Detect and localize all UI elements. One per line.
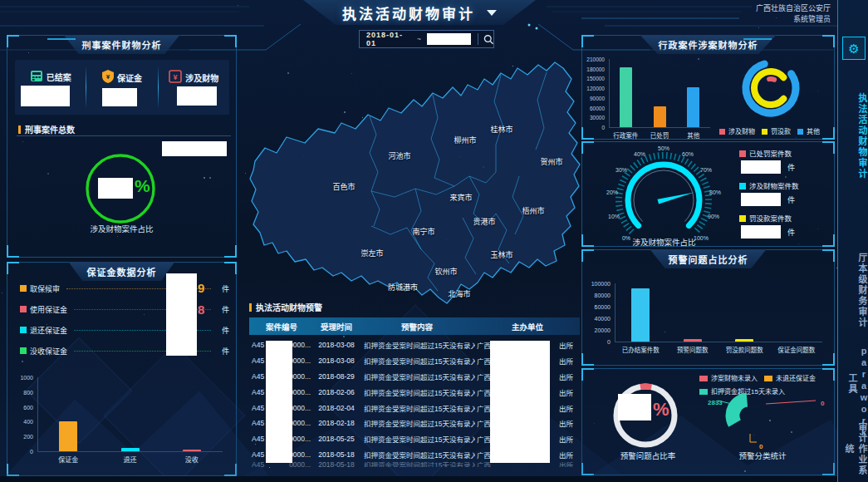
y-tick-label: 0 [581, 125, 605, 130]
y-tick-label: 60000 [581, 105, 605, 111]
gauge-needle [658, 193, 694, 204]
unit-label: 件 [218, 325, 229, 336]
guangxi-map[interactable]: 桂林市柳州市河池市贺州市百色市来宾市梧州市贵港市南宁市玉林市崇左市钦州市防城港市… [245, 52, 581, 306]
date-end-redacted[interactable] [427, 33, 471, 45]
warning-donut-caption: 预警问题占比率 [586, 450, 710, 461]
gauge-tick-label: 40% [634, 151, 645, 157]
date-start[interactable]: 2018-01-01 [366, 31, 411, 47]
dashboard: 执法活动财物审计 广西壮族自治区公安厅 系统管理员 2018-01-01 ~ ⚙… [0, 0, 868, 482]
y-tick-label: 30000 [581, 115, 605, 120]
ring-legend-item-2[interactable]: 其他 [797, 126, 820, 135]
orange-marker [18, 125, 21, 134]
gauge-tick-label: 60% [682, 151, 694, 157]
map-region-label: 防城港市 [388, 282, 418, 293]
table-header-row: 案件编号受理时间预警内容主办单位 [249, 317, 580, 335]
y-tick-label: 0 [10, 449, 33, 455]
sidebar-item-2[interactable]: parawork工具 [838, 346, 868, 422]
x-category-label: 已办结案件数 [622, 345, 660, 354]
x-axis [615, 342, 822, 342]
criminal-percent-sign: % [135, 176, 150, 196]
warning-category-pie [711, 389, 832, 447]
y-tick-label: 180000 [581, 66, 605, 71]
gauge-tick-label: 50% [658, 145, 669, 151]
table-header-cell: 受理时间 [314, 321, 359, 332]
ring-arc-罚没款 [754, 71, 783, 105]
y-tick-label: 60000 [586, 304, 611, 310]
table-row[interactable]: A450000...2018-05-18扣押资金受案时间超过15天没有录入广西出… [249, 462, 580, 467]
gauge-legend: 已处罚案件数件涉及财物案件数件罚没款案件数件 [739, 146, 832, 245]
redacted-value [166, 273, 197, 356]
x-category-label: 保证金 [58, 455, 78, 464]
cell-date: 2018-02-18 [314, 419, 359, 427]
map-region-label: 河池市 [388, 150, 410, 161]
y-tick-label: 200 [10, 434, 33, 440]
settings-button[interactable]: ⚙ [842, 37, 866, 60]
cell-warning-content: 扣押资金受案时间超过15天没有录入 [359, 418, 475, 428]
cell-date: 2018-02-06 [314, 388, 359, 396]
bar-罚没款问题数 [735, 339, 753, 342]
sidebar-item-1[interactable]: 厅本级财务审计 [838, 248, 868, 332]
cell-date: 2018-03-08 [314, 341, 359, 349]
divider [478, 33, 478, 45]
svg-text:¥: ¥ [174, 73, 178, 81]
legend-label: 没收保证金 [30, 346, 67, 357]
gauge-tick-label: 20% [606, 189, 618, 195]
legend-swatch [699, 376, 708, 381]
redacted-value [98, 178, 133, 199]
ring-legend-item-1[interactable]: 罚没款 [762, 126, 791, 135]
ring-legend-item-0[interactable]: 涉及财物 [719, 126, 755, 135]
unit-label: 件 [787, 162, 795, 173]
deposit-legend-item-3[interactable]: 没收保证金件 [20, 346, 229, 356]
x-category-label: 其他 [687, 130, 699, 140]
y-tick-label: 100000 [586, 281, 611, 287]
property-money-icon: ¥ [169, 70, 182, 83]
pie-label: 0 [759, 443, 763, 450]
sidebar-item-0[interactable]: 执法活动财物审计 [838, 70, 868, 203]
warning-legend-item-1[interactable]: 未退还保证金 [764, 373, 816, 384]
unit-label: 件 [787, 227, 795, 238]
map-region-label: 崇左市 [360, 248, 383, 258]
gauge-tick-label: 30% [615, 167, 627, 173]
cell-date: 2018-08-29 [314, 372, 359, 381]
redacted-value [162, 141, 227, 156]
gauge-legend-value-0: 件 [741, 160, 832, 174]
deposit-legend-item-2[interactable]: 退还保证金件 [20, 325, 229, 335]
cell-warning-content: 扣押资金受案时间超过15天没有录入 [359, 340, 475, 350]
date-range-picker[interactable]: 2018-01-01 ~ [359, 30, 494, 48]
map-region-label: 北海市 [448, 288, 470, 299]
user-name: 系统管理员 [756, 14, 831, 25]
cell-warning-content: 扣押资金受案时间超过15天没有录入 [359, 450, 475, 460]
y-axis [37, 377, 38, 451]
y-tick-label: 20000 [586, 327, 611, 333]
map-region-label: 贺州市 [540, 156, 562, 167]
legend-swatch [20, 327, 27, 333]
cell-date: 2018-05-18 [314, 462, 359, 467]
chevron-down-icon[interactable] [487, 10, 497, 16]
legend-swatch [20, 306, 27, 312]
y-tick-label: 40000 [586, 316, 611, 322]
y-tick-label: 600 [10, 404, 33, 410]
legend-swatch [719, 129, 725, 135]
cell-date: 2018-05-18 [314, 450, 359, 459]
redacted-value [618, 394, 651, 421]
gauge-legend-item-1: 涉及财物案件数 [739, 180, 832, 190]
search-icon[interactable] [483, 34, 493, 45]
y-tick-label: 80000 [586, 293, 611, 298]
warning-legend-item-0[interactable]: 涉案财物未录入 [699, 373, 758, 384]
legend-swatch [762, 129, 767, 135]
map-region-label: 贵港市 [473, 216, 495, 227]
unit-label: 件 [218, 346, 229, 357]
redacted-value [741, 160, 781, 174]
cell-date: 2018-05-25 [314, 435, 359, 443]
deposit-legend: 取保候审件使用保证金件退还保证金件没收保证金件 [20, 283, 229, 362]
legend-swatch [739, 150, 746, 157]
map-region-label: 来宾市 [449, 192, 472, 203]
sidebar-item-3[interactable]: 审计作业系统 [838, 419, 868, 479]
bar-已办结案件数 [631, 288, 650, 342]
bar-已处罚 [654, 106, 666, 127]
y-axis [615, 283, 615, 342]
legend-swatch [20, 347, 27, 354]
map-region-label: 南宁市 [412, 226, 434, 237]
stat-label: 涉及财物 [185, 74, 218, 83]
unit-label: 件 [218, 283, 229, 294]
